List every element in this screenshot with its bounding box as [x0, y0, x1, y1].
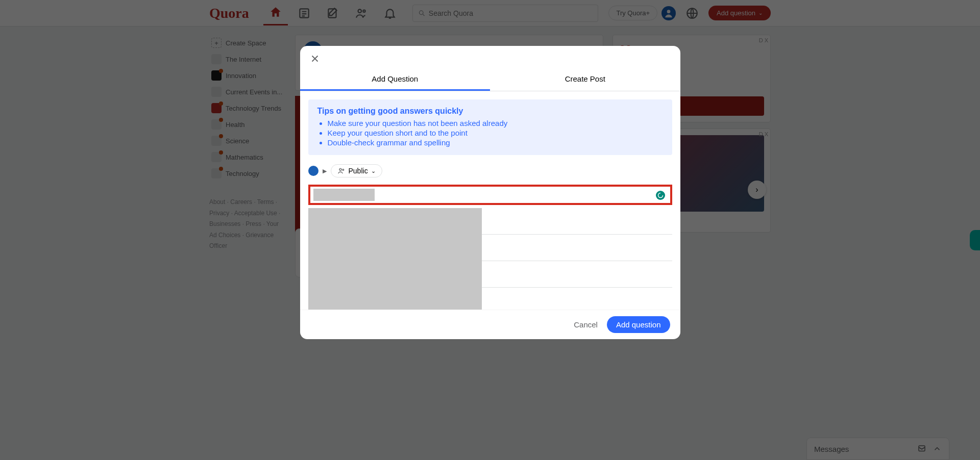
suggestion-row[interactable] — [482, 261, 672, 288]
svg-point-9 — [342, 169, 344, 171]
suggestion-row[interactable] — [482, 208, 672, 235]
suggestion-row[interactable] — [482, 288, 672, 310]
people-icon — [337, 167, 346, 175]
add-question-modal: Add Question Create Post Tips on getting… — [300, 46, 680, 339]
loading-spinner-icon — [656, 191, 665, 200]
chevron-down-icon: ⌄ — [371, 168, 376, 174]
suggestion-placeholder — [308, 208, 482, 310]
tips-box: Tips on getting good answers quickly Mak… — [308, 99, 672, 155]
tip-item: Double-check grammar and spelling — [328, 138, 663, 147]
tip-item: Make sure your question has not been ask… — [328, 119, 663, 127]
caret-icon: ▶ — [323, 168, 327, 174]
question-input[interactable] — [308, 185, 672, 205]
modal-footer: Cancel Add question — [300, 310, 680, 339]
suggestion-row[interactable] — [482, 235, 672, 261]
modal-overlay: Add Question Create Post Tips on getting… — [0, 0, 980, 460]
privacy-row: ▶ Public ⌄ — [308, 164, 672, 177]
modal-tabs: Add Question Create Post — [300, 69, 680, 91]
add-question-submit[interactable]: Add question — [607, 316, 670, 333]
tip-item: Keep your question short and to the poin… — [328, 129, 663, 137]
tips-title: Tips on getting good answers quickly — [317, 107, 663, 116]
svg-point-8 — [339, 168, 341, 170]
tab-create-post[interactable]: Create Post — [490, 69, 680, 91]
close-icon[interactable] — [309, 53, 324, 67]
user-avatar-icon — [308, 166, 318, 176]
input-placeholder-redacted — [313, 189, 375, 201]
cancel-button[interactable]: Cancel — [574, 320, 598, 329]
tab-add-question[interactable]: Add Question — [300, 69, 491, 91]
privacy-selector[interactable]: Public ⌄ — [331, 164, 382, 177]
